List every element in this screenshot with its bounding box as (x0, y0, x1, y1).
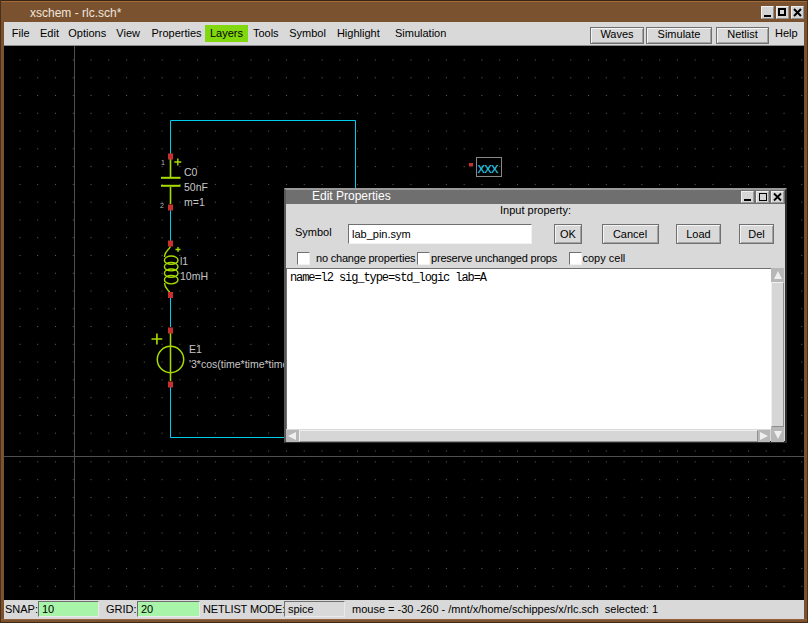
svg-text:50nF: 50nF (184, 181, 208, 193)
svg-text:E1: E1 (189, 343, 202, 355)
svg-text:l1: l1 (180, 255, 188, 267)
svg-text:'3*cos(time*time*time*: '3*cos(time*time*time* (189, 358, 293, 370)
svg-text:1: 1 (161, 159, 165, 166)
svg-text:xxx: xxx (478, 159, 499, 176)
svg-text:m=1: m=1 (184, 196, 205, 208)
svg-text:C0: C0 (184, 166, 198, 178)
svg-text:10mH: 10mH (180, 270, 208, 282)
svg-text:2: 2 (160, 202, 164, 209)
